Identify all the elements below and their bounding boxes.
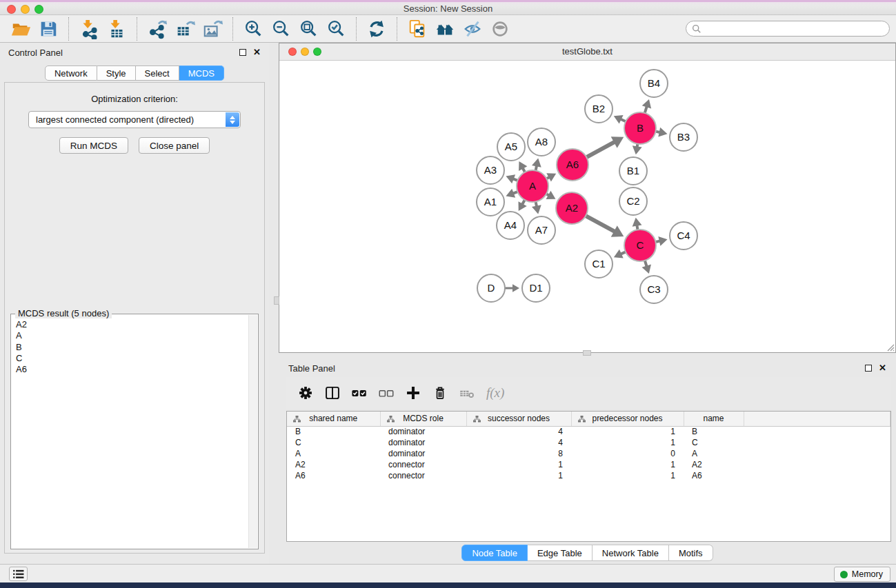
graph-edge-arrow-icon [658, 128, 667, 137]
tab-edge-table[interactable]: Edge Table [528, 545, 593, 561]
save-session-icon[interactable] [34, 17, 62, 41]
open-session-icon[interactable] [7, 17, 34, 41]
zoom-out-icon[interactable] [267, 17, 295, 41]
mcds-result-item[interactable]: C [16, 353, 248, 364]
home-icon[interactable] [431, 17, 459, 41]
zoom-selected-icon[interactable] [322, 17, 350, 41]
graph-edge-A-A8[interactable] [536, 165, 537, 170]
result-scrollbar[interactable] [248, 315, 257, 548]
graph-edge-A-A5[interactable] [523, 168, 525, 172]
resize-grip-icon[interactable] [886, 343, 895, 352]
graph-edge-A-A7[interactable] [536, 202, 537, 207]
attribute-icon [578, 416, 586, 423]
deselect-all-icon[interactable] [375, 381, 398, 405]
graph-edge-C-C1[interactable] [621, 252, 626, 254]
criterion-dropdown-value: largest connected component (directed) [29, 114, 194, 125]
search-box [686, 21, 890, 37]
mcds-result-item[interactable]: A6 [16, 364, 248, 375]
zoom-fit-icon[interactable] [295, 17, 322, 41]
mcds-result-item[interactable]: A [16, 330, 248, 341]
close-panel-icon[interactable]: ✕ [253, 49, 261, 56]
table-row[interactable]: Bdominator41B [287, 426, 890, 437]
graph-node-label-A4: A4 [504, 219, 517, 231]
control-panel-tabs: Network Style Select MCDS [0, 65, 269, 81]
export-network-icon[interactable] [143, 17, 171, 41]
graph-node-label-A: A [529, 180, 536, 192]
tab-mcds[interactable]: MCDS [179, 65, 224, 81]
add-column-icon[interactable] [401, 381, 425, 405]
run-mcds-button[interactable]: Run MCDS [59, 137, 128, 154]
settings-gear-icon[interactable] [294, 381, 317, 405]
hide-graphics-details-icon[interactable] [459, 17, 486, 41]
mcds-result-item[interactable]: A2 [16, 319, 248, 330]
mcds-result-item[interactable]: B [16, 342, 248, 353]
close-panel-button[interactable]: Close panel [139, 137, 210, 154]
graph-edge-A6-B[interactable] [586, 142, 615, 157]
graph-edge-A2-C[interactable] [586, 216, 615, 232]
tab-network-table[interactable]: Network Table [593, 545, 669, 561]
graph-edge-C-C3[interactable] [645, 261, 647, 267]
table-row[interactable]: A2connector11A2 [287, 459, 890, 470]
mcds-result-list: A2 A B C A6 [11, 316, 248, 549]
tab-motifs[interactable]: Motifs [669, 545, 713, 561]
task-list-icon[interactable] [9, 567, 28, 581]
export-image-icon[interactable] [199, 17, 226, 41]
toolbar-separator [232, 17, 233, 41]
graph-edge-B-B4[interactable] [645, 106, 647, 113]
criterion-dropdown[interactable]: largest connected component (directed) [28, 111, 241, 128]
graph-edge-arrow-icon [532, 205, 541, 214]
graph-edge-A-A3[interactable] [513, 179, 518, 181]
column-header-successor-nodes[interactable]: successor nodes [466, 412, 571, 426]
table-row[interactable]: Adominator80A [287, 448, 890, 459]
graph-edge-arrow-icon [658, 236, 667, 246]
horizontal-split-handle[interactable] [583, 350, 591, 356]
status-bar: Memory [0, 564, 896, 582]
graph-node-label-C2: C2 [626, 195, 639, 207]
column-header-predecessor-nodes[interactable]: predecessor nodes [571, 412, 684, 426]
table-panel-title: Table Panel [288, 363, 335, 374]
graph-node-label-B3: B3 [677, 131, 690, 143]
network-minimize-button[interactable] [301, 48, 309, 56]
tab-network[interactable]: Network [45, 65, 97, 81]
column-header-name[interactable]: name [684, 412, 744, 426]
table-row[interactable]: Cdominator41C [287, 437, 890, 448]
graph-edge-C-C2[interactable] [637, 225, 637, 230]
float-panel-icon[interactable] [239, 49, 246, 56]
table-row[interactable]: A6connector11A6 [287, 470, 890, 481]
import-network-icon[interactable] [75, 17, 103, 41]
zoom-in-icon[interactable] [239, 17, 267, 41]
network-window-titlebar[interactable]: testGlobe.txt [279, 43, 895, 61]
network-maximize-button[interactable] [313, 48, 321, 56]
refresh-view-icon[interactable] [363, 17, 390, 41]
float-table-panel-icon[interactable] [865, 365, 872, 372]
import-table-icon[interactable] [103, 17, 130, 41]
graph-edge-B-B2[interactable] [621, 119, 626, 121]
tab-style[interactable]: Style [97, 65, 136, 81]
tab-node-table[interactable]: Node Table [461, 545, 528, 561]
column-header-shared-name[interactable]: shared name [287, 412, 380, 426]
graph-edge-A-A1[interactable] [513, 192, 518, 194]
column-header-mcds-role[interactable]: MCDS role [380, 412, 466, 426]
vertical-split-handle[interactable] [274, 296, 279, 305]
search-icon [692, 24, 701, 34]
delete-column-icon[interactable] [428, 381, 452, 405]
search-input[interactable] [704, 24, 884, 34]
select-all-icon[interactable] [348, 381, 371, 405]
memory-button[interactable]: Memory [834, 567, 890, 582]
network-canvas[interactable]: AA1A2A3A4A5A6A7A8BB1B2B3B4CC1C2C3C4DD1 [279, 61, 895, 352]
duplicate-network-icon[interactable] [404, 17, 431, 41]
close-window-button[interactable] [7, 5, 16, 14]
export-table-icon[interactable] [171, 17, 199, 41]
split-column-icon[interactable] [321, 381, 344, 405]
graph-node-label-A2: A2 [566, 202, 578, 214]
attribute-icon [387, 416, 395, 423]
maximize-window-button[interactable] [34, 5, 43, 14]
minimize-window-button[interactable] [21, 5, 30, 14]
show-graphics-details-icon[interactable] [486, 17, 514, 41]
network-close-button[interactable] [288, 48, 297, 56]
graph-node-label-D: D [488, 282, 495, 294]
graph-edge-A-A4[interactable] [522, 200, 525, 204]
toolbar-separator [356, 17, 357, 41]
tab-select[interactable]: Select [136, 65, 179, 81]
close-table-panel-icon[interactable]: ✕ [879, 365, 886, 372]
